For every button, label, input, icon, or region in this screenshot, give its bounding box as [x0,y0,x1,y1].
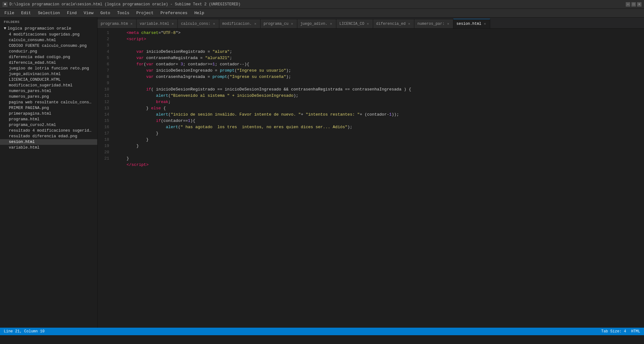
sidebar-file[interactable]: modificacion_sugeridad.html [0,83,97,88]
sidebar-file[interactable]: variable.html [0,145,97,150]
language-mode: HTML [631,329,640,334]
sidebar-file[interactable]: programa_curso2.html [0,122,97,128]
sidebar-file[interactable]: calculo_consumo.html [0,37,97,43]
tab-programa[interactable]: programa.htm ✕ [98,19,137,28]
tab-close-variable[interactable]: ✕ [171,21,175,26]
menu-help[interactable]: Help [191,9,207,17]
main-layout: FOLDERS ▼ logica programacion oracle 4 m… [0,18,644,328]
close-button[interactable]: ✕ [637,2,641,7]
tab-numeros[interactable]: numeros_par: ✕ [414,19,453,28]
tab-label: variable.html [140,22,169,26]
tab-calculo[interactable]: calculo_cons: ✕ [178,19,219,28]
tab-juego[interactable]: juego_adivn. ✕ [297,19,336,28]
tab-variable[interactable]: variable.html ✕ [137,19,178,28]
statusbar: Line 21, Column 10 Tab Size: 4 HTML [0,328,644,335]
sidebar-file[interactable]: conducir.png [0,49,97,54]
sidebar-file[interactable]: programa.html [0,117,97,122]
statusbar-left: Line 21, Column 10 [4,329,45,334]
code-content[interactable]: <meta charset="UTF-8"> <script> var inic… [112,29,644,328]
tab-size: Tab Size: 4 [601,329,626,334]
window-title: D:\logica programacion oracle\sesion.htm… [9,2,626,7]
sidebar-file[interactable]: resultado 4 modificaciones sugeridas.png [0,128,97,134]
folder-arrow: ▼ [4,26,6,31]
tab-label: LICENCIA_CO [339,22,364,26]
tab-close-calculo[interactable]: ✕ [212,21,216,26]
tab-label: diferencia_ed [376,22,406,26]
tab-close-juego[interactable]: ✕ [329,21,333,26]
tab-label: modificacion. [222,22,252,26]
sidebar-file[interactable]: juegioo de lotria funcion reto.png [0,66,97,71]
sidebar-files: 4 modificaciones sugeridas.png calculo_c… [0,32,97,150]
sidebar: FOLDERS ▼ logica programacion oracle 4 m… [0,18,98,328]
sidebar-file[interactable]: LICENCIA_CONDUCIR.HTML [0,77,97,83]
menu-selection[interactable]: Selection [35,9,63,17]
menu-goto[interactable]: Goto [97,9,113,17]
tabs-bar: programa.htm ✕ variable.html ✕ calculo_c… [98,18,644,29]
sidebar-file[interactable]: resultado diferencia edad.png [0,134,97,139]
sidebar-file[interactable]: numeros_pares.html [0,88,97,94]
code-area[interactable]: 12345 678910 1112131415 1617181920 21 <m… [98,29,644,328]
sidebar-file-active[interactable]: sesion.html [0,139,97,145]
sidebar-file[interactable]: primerapagina.html [0,111,97,117]
tab-close-sesion[interactable]: ✕ [483,21,487,26]
menu-view[interactable]: View [81,9,97,17]
sidebar-file[interactable]: pagina web resultante calculo_consumo.pn… [0,100,97,105]
tab-licencia[interactable]: LICENCIA_CO ✕ [336,19,373,28]
line-numbers: 12345 678910 1112131415 1617181920 21 [98,29,112,328]
tab-sesion[interactable]: sesion.html ✕ [453,19,490,28]
minimize-button[interactable]: ─ [626,2,630,7]
sidebar-file[interactable]: juego_adivinacion.html [0,71,97,77]
tab-close-programa[interactable]: ✕ [130,21,133,26]
app-icon: ■ [3,2,8,7]
tab-diferencia[interactable]: diferencia_ed ✕ [373,19,414,28]
tab-label: numeros_par: [417,22,445,26]
folder-root[interactable]: ▼ logica programacion oracle [0,25,97,32]
menu-tools[interactable]: Tools [114,9,132,17]
tab-close-programa-cu[interactable]: ✕ [290,21,294,26]
tab-close-licencia[interactable]: ✕ [366,21,370,26]
sidebar-file[interactable]: PRIMER PAGINA.png [0,105,97,111]
menu-preferences[interactable]: Preferences [157,9,191,17]
cursor-position: Line 21, Column 10 [4,329,45,334]
sidebar-file[interactable]: diferencia_edad.html [0,60,97,66]
window-controls[interactable]: ─ □ ✕ [626,2,641,7]
menu-find[interactable]: Find [64,9,80,17]
tab-label: sesion.html [456,22,481,26]
tab-label: programa_cu [264,22,288,26]
editor-panel: programa.htm ✕ variable.html ✕ calculo_c… [98,18,644,328]
tab-programa-cu[interactable]: programa_cu ✕ [260,19,297,28]
statusbar-right: Tab Size: 4 HTML [601,329,640,334]
menubar: File Edit Selection Find View Goto Tools… [0,9,644,18]
tab-label: programa.htm [101,22,128,26]
menu-edit[interactable]: Edit [18,9,34,17]
titlebar: ■ D:\logica programacion oracle\sesion.h… [0,0,644,9]
tab-label: juego_adivn. [300,22,328,26]
folder-name: logica programacion oracle [8,26,71,31]
menu-file[interactable]: File [1,9,17,17]
sidebar-file[interactable]: CODIGO FUENTE calculo_consumo.png [0,43,97,49]
sidebar-file[interactable]: diferencia edad codigo.png [0,54,97,60]
tab-label: calculo_cons: [181,22,210,26]
folders-label: FOLDERS [0,18,97,25]
sidebar-file[interactable]: numeros_pares.png [0,94,97,100]
tab-close-diferencia[interactable]: ✕ [407,21,411,26]
tab-modificacion[interactable]: modificacion. ✕ [219,19,260,28]
menu-project[interactable]: Project [133,9,157,17]
maximize-button[interactable]: □ [631,2,636,7]
sidebar-file[interactable]: 4 modificaciones sugeridas.png [0,32,97,37]
tab-close-modificacion[interactable]: ✕ [254,21,257,26]
tab-close-numeros[interactable]: ✕ [446,21,450,26]
